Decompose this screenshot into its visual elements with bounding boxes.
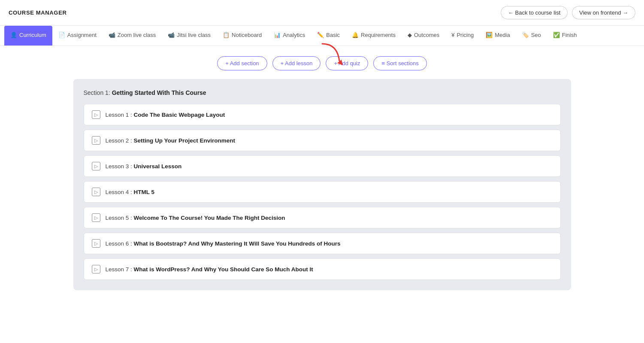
- tab-basic[interactable]: ✏️Basic: [311, 26, 346, 46]
- list-item[interactable]: ▷ Lesson 3 : Universal Lesson: [84, 155, 561, 177]
- tab-icon-outcomes: ◆: [408, 32, 412, 38]
- list-item[interactable]: ▷ Lesson 7 : What is WordPress? And Why …: [84, 258, 561, 280]
- lesson-text: Lesson 7 : What is WordPress? And Why Yo…: [106, 266, 313, 273]
- tab-zoom[interactable]: 📹Zoom live class: [103, 26, 162, 46]
- add-lesson-button[interactable]: + Add lesson: [272, 56, 321, 70]
- section-block: Section 1: Getting Started With This Cou…: [73, 79, 571, 290]
- tab-label-noticeboard: Noticeboard: [232, 32, 262, 38]
- section-label: Section 1:: [84, 89, 110, 96]
- tab-label-media: Media: [495, 32, 510, 38]
- tab-pricing[interactable]: ¥Pricing: [445, 26, 480, 46]
- tab-icon-noticeboard: 📋: [223, 32, 230, 38]
- tab-label-requirements: Requirements: [361, 32, 396, 38]
- lesson-play-icon: ▷: [92, 162, 100, 170]
- header-actions: ← Back to course list View on frontend →: [501, 6, 635, 19]
- lesson-play-icon: ▷: [92, 239, 100, 248]
- tab-label-outcomes: Outcomes: [414, 32, 439, 38]
- list-item[interactable]: ▷ Lesson 5 : Welcome To The Course! You …: [84, 207, 561, 228]
- content-area: Section 1: Getting Started With This Cou…: [65, 79, 580, 307]
- tab-assignment[interactable]: 📄Assignment: [52, 26, 103, 46]
- section-title: Section 1: Getting Started With This Cou…: [84, 89, 561, 96]
- tab-label-analytics: Analytics: [283, 32, 305, 38]
- tab-label-pricing: Pricing: [457, 32, 474, 38]
- lesson-play-icon: ▷: [92, 110, 100, 119]
- tab-icon-assignment: 📄: [58, 32, 65, 38]
- tab-icon-requirements: 🔔: [352, 32, 359, 38]
- lesson-text: Lesson 5 : Welcome To The Course! You Ma…: [106, 215, 285, 221]
- section-name: Getting Started With This Course: [112, 89, 206, 96]
- tab-curriculum[interactable]: 👤Curriculum: [4, 26, 52, 46]
- tab-icon-basic: ✏️: [317, 32, 324, 38]
- tab-noticeboard[interactable]: 📋Noticeboard: [217, 26, 268, 46]
- list-item[interactable]: ▷ Lesson 4 : HTML 5: [84, 181, 561, 203]
- tab-media[interactable]: 🖼️Media: [480, 26, 516, 46]
- tab-icon-finish: ✅: [553, 32, 560, 38]
- lesson-text: Lesson 1 : Code The Basic Webpage Layout: [106, 112, 225, 118]
- list-item[interactable]: ▷ Lesson 6 : What is Bootstrap? And Why …: [84, 233, 561, 254]
- list-item[interactable]: ▷ Lesson 1 : Code The Basic Webpage Layo…: [84, 104, 561, 125]
- lesson-text: Lesson 6 : What is Bootstrap? And Why Ma…: [106, 240, 341, 247]
- tab-label-basic: Basic: [326, 32, 340, 38]
- view-on-frontend-button[interactable]: View on frontend →: [572, 6, 635, 19]
- lesson-text: Lesson 3 : Universal Lesson: [106, 163, 182, 170]
- tab-label-seo: Seo: [531, 32, 541, 38]
- back-to-course-list-button[interactable]: ← Back to course list: [501, 6, 568, 19]
- app-title: COURSE MANAGER: [9, 9, 67, 16]
- tab-icon-seo: 🏷️: [522, 32, 529, 38]
- nav-tabs: 👤Curriculum📄Assignment📹Zoom live class📹J…: [0, 26, 644, 46]
- lesson-play-icon: ▷: [92, 265, 100, 273]
- lesson-play-icon: ▷: [92, 188, 100, 196]
- tab-label-assignment: Assignment: [67, 32, 97, 38]
- tab-label-zoom: Zoom live class: [118, 32, 156, 38]
- tab-seo[interactable]: 🏷️Seo: [516, 26, 547, 46]
- tab-icon-pricing: ¥: [451, 32, 454, 38]
- list-item[interactable]: ▷ Lesson 2 : Setting Up Your Project Env…: [84, 130, 561, 151]
- tab-finish[interactable]: ✅Finish: [547, 26, 583, 46]
- add-quiz-button[interactable]: + Add quiz: [326, 56, 368, 70]
- tab-outcomes[interactable]: ◆Outcomes: [402, 26, 445, 46]
- lesson-text: Lesson 2 : Setting Up Your Project Envir…: [106, 137, 236, 144]
- lesson-text: Lesson 4 : HTML 5: [106, 189, 155, 195]
- tab-analytics[interactable]: 📊Analytics: [268, 26, 311, 46]
- lesson-play-icon: ▷: [92, 213, 100, 222]
- tab-label-curriculum: Curriculum: [19, 32, 46, 38]
- add-section-button[interactable]: + Add section: [217, 56, 267, 70]
- actions-row: + Add section + Add lesson + Add quiz ≡ …: [0, 46, 644, 79]
- tab-jitsi[interactable]: 📹Jitsi live class: [162, 26, 217, 46]
- top-header: COURSE MANAGER ← Back to course list Vie…: [0, 0, 644, 26]
- tab-label-finish: Finish: [562, 32, 577, 38]
- tab-icon-media: 🖼️: [486, 32, 493, 38]
- tab-icon-jitsi: 📹: [168, 32, 175, 38]
- tab-requirements[interactable]: 🔔Requirements: [346, 26, 402, 46]
- sort-sections-button[interactable]: ≡ Sort sections: [373, 56, 426, 70]
- tab-icon-curriculum: 👤: [10, 32, 17, 38]
- tab-icon-analytics: 📊: [274, 32, 281, 38]
- lesson-list: ▷ Lesson 1 : Code The Basic Webpage Layo…: [84, 104, 561, 280]
- lesson-play-icon: ▷: [92, 136, 100, 145]
- tab-icon-zoom: 📹: [109, 32, 115, 38]
- tab-label-jitsi: Jitsi live class: [177, 32, 211, 38]
